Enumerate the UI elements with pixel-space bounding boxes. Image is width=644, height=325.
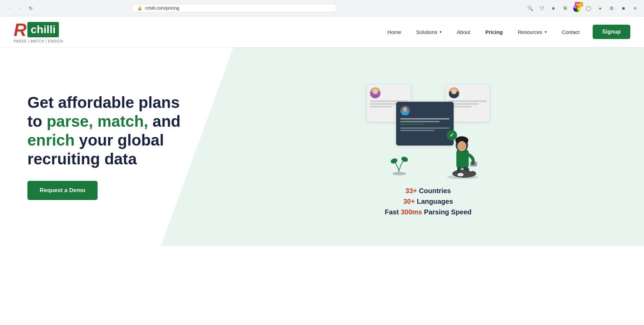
settings-icon[interactable]: ⚙ bbox=[607, 3, 617, 13]
stat-countries: 33+ Countries bbox=[385, 187, 471, 195]
hero-highlight2: enrich bbox=[27, 131, 75, 149]
menu-icon[interactable]: ≡ bbox=[630, 3, 640, 13]
grammarly-icon[interactable]: G bbox=[560, 3, 570, 13]
hero-title-and: and bbox=[148, 112, 181, 130]
svg-rect-5 bbox=[456, 150, 469, 168]
demo-button[interactable]: Request a Demo bbox=[27, 181, 98, 200]
shield-icon[interactable]: 🛡 bbox=[537, 3, 547, 13]
stat-speed-number: 300ms bbox=[401, 208, 422, 216]
logo-r: R bbox=[14, 21, 27, 39]
browser-toolbar: 🔍 🛡 ★ G New ◯ ● ⚙ ■ ≡ bbox=[526, 3, 640, 13]
stat-countries-number: 33+ bbox=[405, 187, 417, 195]
svg-rect-11 bbox=[470, 162, 477, 166]
hero-right: ✓ bbox=[219, 77, 617, 216]
circle-icon[interactable]: ◯ bbox=[584, 3, 593, 13]
hero-highlight1: parse, match, bbox=[47, 112, 148, 130]
hero-section: Get affordable plansto parse, match, and… bbox=[0, 47, 644, 246]
hero-illustration: ✓ bbox=[363, 77, 493, 180]
nav-contact[interactable]: Contact bbox=[556, 26, 586, 38]
signup-button[interactable]: Signup bbox=[593, 25, 630, 39]
stat-languages-label: Languages bbox=[415, 198, 453, 205]
stat-speed-label: Parsing Speed bbox=[422, 208, 472, 216]
logo-box: R chilli bbox=[14, 21, 59, 39]
logo-chilli: chilli bbox=[27, 22, 59, 37]
svg-point-1 bbox=[391, 158, 398, 164]
stat-speed-prefix: Fast bbox=[385, 208, 401, 216]
bookmark-icon[interactable]: ★ bbox=[549, 3, 558, 13]
address-bar[interactable]: 🔒 rchilli.com/pricing bbox=[131, 4, 337, 12]
browser-chrome: ← → ↻ 🔒 rchilli.com/pricing 🔍 🛡 ★ G New … bbox=[0, 0, 644, 16]
stat-speed: Fast 300ms Parsing Speed bbox=[385, 208, 471, 216]
new-badge: New bbox=[575, 2, 583, 7]
search-icon[interactable]: 🔍 bbox=[526, 3, 535, 13]
rainbow-icon[interactable]: New bbox=[572, 3, 582, 13]
nav-pricing[interactable]: Pricing bbox=[479, 26, 509, 38]
site-header: R chilli PARSE | MATCH | ENRICH Home Sol… bbox=[0, 16, 644, 47]
stat-languages-number: 30+ bbox=[403, 198, 415, 205]
nav-resources[interactable]: Resources bbox=[512, 26, 553, 38]
svg-point-2 bbox=[401, 156, 408, 163]
hero-left: Get affordable plansto parse, match, and… bbox=[27, 93, 219, 200]
logo[interactable]: R chilli PARSE | MATCH | ENRICH bbox=[14, 21, 63, 43]
browser-nav-buttons: ← → ↻ bbox=[4, 3, 36, 13]
dot-green-icon[interactable]: ● bbox=[595, 3, 605, 13]
svg-point-8 bbox=[457, 141, 466, 151]
stats-row: 33+ Countries 30+ Languages Fast 300ms P… bbox=[385, 187, 471, 216]
svg-point-0 bbox=[392, 172, 406, 175]
forward-button[interactable]: → bbox=[15, 3, 25, 13]
nav-about[interactable]: About bbox=[451, 26, 476, 38]
refresh-button[interactable]: ↻ bbox=[26, 3, 36, 13]
nav-solutions[interactable]: Solutions bbox=[410, 26, 448, 38]
stat-countries-label: Countries bbox=[417, 187, 451, 195]
stat-languages: 30+ Languages bbox=[385, 198, 471, 205]
hero-content: Get affordable plansto parse, match, and… bbox=[0, 57, 644, 237]
plant-decoration bbox=[391, 155, 408, 177]
logo-tagline: PARSE | MATCH | ENRICH bbox=[14, 39, 63, 43]
back-button[interactable]: ← bbox=[4, 3, 14, 13]
extensions-icon[interactable]: ■ bbox=[619, 3, 628, 13]
url-text: rchilli.com/pricing bbox=[145, 5, 179, 11]
svg-point-9 bbox=[457, 173, 464, 176]
site-nav: Home Solutions About Pricing Resources C… bbox=[381, 25, 630, 39]
lock-icon: 🔒 bbox=[137, 6, 142, 11]
nav-home[interactable]: Home bbox=[381, 26, 407, 38]
hero-title: Get affordable plansto parse, match, and… bbox=[27, 93, 219, 169]
person-illustration bbox=[442, 117, 483, 180]
